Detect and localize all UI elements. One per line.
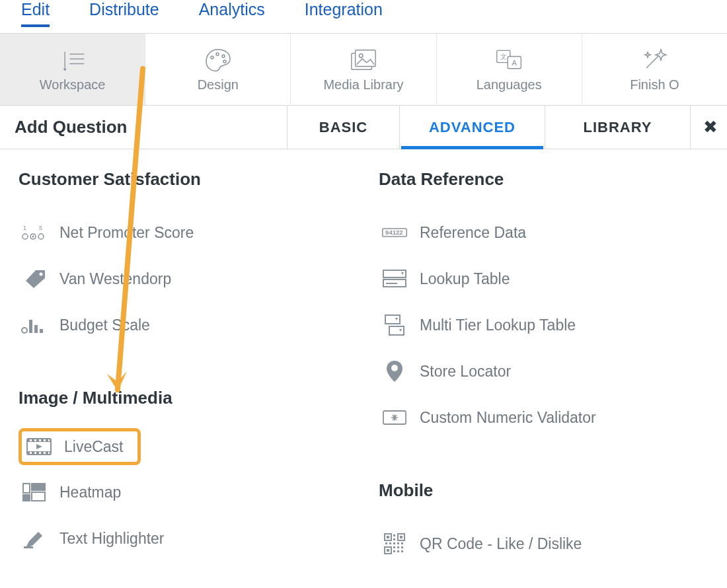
svg-rect-71: [393, 546, 395, 548]
highlighter-icon: [21, 527, 48, 550]
film-icon: [26, 435, 52, 458]
question-budget-scale[interactable]: Budget Scale: [19, 302, 352, 348]
svg-text:1: 1: [23, 225, 26, 231]
svg-text:5: 5: [39, 225, 42, 231]
question-label: Heatmap: [59, 484, 121, 501]
question-van-westendorp[interactable]: Van Westendorp: [19, 256, 352, 302]
question-text-highlighter[interactable]: Text Highlighter: [19, 515, 352, 562]
svg-rect-38: [48, 439, 50, 441]
svg-rect-39: [30, 452, 32, 454]
multitier-icon: [381, 314, 408, 336]
tag-icon: [21, 268, 48, 290]
panel-title: Add Question: [0, 106, 287, 149]
toolbar-label: Languages: [477, 77, 542, 92]
translate-icon: 文 A: [495, 47, 523, 73]
svg-rect-43: [48, 452, 50, 454]
question-categories: Customer Satisfaction 15 Net Promoter Sc…: [0, 149, 727, 567]
svg-rect-40: [34, 452, 36, 454]
nav-distribute[interactable]: Distribute: [89, 0, 159, 24]
toolbar-languages[interactable]: 文 A Languages: [437, 34, 582, 105]
palette-icon: [204, 47, 232, 73]
category-heading-customer-satisfaction: Customer Satisfaction: [19, 169, 352, 190]
left-column: Customer Satisfaction 15 Net Promoter Sc…: [19, 169, 352, 567]
category-heading-mobile: Mobile: [379, 480, 712, 501]
zip-icon: 94122: [381, 221, 408, 244]
svg-rect-64: [393, 534, 395, 536]
question-reference-data[interactable]: 94122 Reference Data: [379, 209, 712, 256]
question-custom-numeric-validator[interactable]: Custom Numeric Validator: [379, 394, 712, 441]
svg-point-22: [34, 234, 36, 235]
top-nav: Edit Distribute Analytics Integration: [0, 0, 727, 33]
svg-rect-34: [30, 439, 32, 441]
question-label: Multi Tier Lookup Table: [420, 316, 576, 334]
tab-library[interactable]: LIBRARY: [545, 106, 691, 149]
svg-point-25: [38, 234, 44, 239]
toolbar-media-library[interactable]: Media Library: [291, 34, 436, 105]
svg-rect-76: [401, 550, 403, 552]
svg-rect-30: [40, 329, 43, 333]
category-heading-data-reference: Data Reference: [379, 169, 712, 190]
svg-point-7: [223, 60, 226, 63]
svg-rect-74: [393, 550, 395, 552]
question-label: Store Locator: [420, 363, 511, 381]
svg-rect-37: [44, 439, 46, 441]
svg-rect-45: [23, 495, 30, 501]
svg-point-21: [30, 234, 32, 235]
svg-point-20: [32, 236, 34, 238]
question-heatmap[interactable]: Heatmap: [19, 469, 352, 515]
tab-row: Add Question BASIC ADVANCED LIBRARY ✖: [0, 106, 727, 149]
svg-rect-54: [385, 315, 400, 324]
svg-rect-48: [24, 546, 33, 548]
question-label: QR Code - Like / Dislike: [420, 535, 582, 553]
workspace-icon: [59, 47, 87, 73]
svg-rect-69: [385, 542, 387, 544]
toolbar-label: Finish O: [630, 77, 679, 92]
toolbar-design[interactable]: Design: [145, 34, 291, 105]
toolbar-workspace[interactable]: Workspace: [0, 34, 145, 105]
question-label: Van Westendorp: [59, 270, 171, 288]
nav-analytics[interactable]: Analytics: [199, 0, 265, 24]
svg-text:94122: 94122: [385, 229, 403, 236]
toolbar: Workspace Design Media Library 文 A: [0, 33, 727, 106]
svg-rect-67: [397, 542, 399, 544]
question-multi-tier-lookup[interactable]: Multi Tier Lookup Table: [379, 302, 712, 348]
svg-rect-68: [401, 542, 403, 544]
svg-rect-47: [32, 492, 45, 501]
svg-text:文: 文: [500, 53, 507, 60]
right-column: Data Reference 94122 Reference Data Look…: [379, 169, 712, 567]
svg-rect-9: [356, 50, 376, 66]
svg-point-26: [40, 273, 43, 276]
svg-point-27: [22, 328, 27, 333]
svg-rect-61: [400, 536, 402, 538]
svg-rect-65: [393, 538, 395, 540]
close-panel-button[interactable]: ✖: [691, 106, 727, 149]
svg-rect-59: [387, 536, 389, 538]
svg-rect-44: [23, 484, 30, 493]
toolbar-label: Workspace: [40, 77, 106, 92]
toolbar-finish[interactable]: Finish O: [582, 34, 727, 105]
svg-point-23: [30, 238, 32, 239]
question-nps[interactable]: 15 Net Promoter Score: [19, 209, 352, 256]
svg-rect-29: [34, 325, 38, 333]
nav-integration[interactable]: Integration: [305, 0, 383, 24]
question-label: Budget Scale: [59, 316, 150, 334]
tab-basic[interactable]: BASIC: [287, 106, 400, 149]
svg-rect-72: [397, 546, 399, 548]
question-store-locator[interactable]: Store Locator: [379, 348, 712, 394]
nav-edit[interactable]: Edit: [21, 0, 50, 27]
svg-rect-73: [401, 546, 403, 548]
svg-point-4: [211, 56, 213, 59]
wand-icon: [640, 47, 668, 73]
svg-point-6: [222, 55, 225, 57]
image-icon: [350, 47, 377, 73]
question-lookup-table[interactable]: Lookup Table: [379, 256, 712, 302]
question-label: Text Highlighter: [59, 530, 165, 548]
svg-point-24: [34, 238, 36, 239]
svg-rect-35: [34, 439, 36, 441]
question-livecast[interactable]: LiveCast: [19, 428, 141, 465]
svg-rect-41: [39, 452, 41, 454]
toolbar-label: Media Library: [323, 77, 403, 92]
question-qr-like-dislike[interactable]: QR Code - Like / Dislike: [379, 521, 712, 567]
svg-text:A: A: [512, 59, 517, 67]
tab-advanced[interactable]: ADVANCED: [400, 106, 545, 149]
